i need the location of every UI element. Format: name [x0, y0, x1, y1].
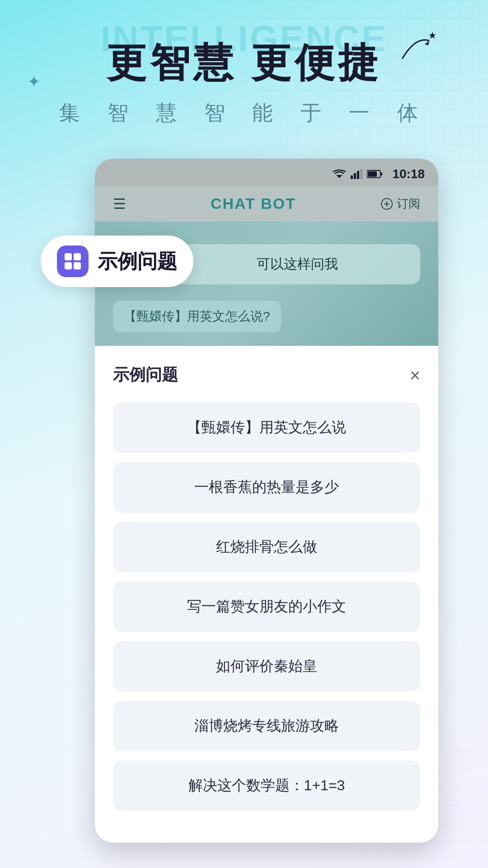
question-text-7: 解决这个数学题：1+1=3 [188, 777, 345, 793]
svg-rect-5 [351, 175, 353, 179]
phone-mockup: 示例问题 [50, 159, 438, 843]
badge-label: 示例问题 [98, 248, 177, 275]
status-bar: 10:18 [95, 159, 438, 186]
subscribe-label: 订阅 [397, 196, 420, 212]
status-time: 10:18 [392, 167, 425, 181]
question-item-6[interactable]: 淄博烧烤专线旅游攻略 [113, 701, 420, 751]
question-item-4[interactable]: 写一篇赞女朋友的小作文 [113, 581, 420, 632]
svg-rect-7 [357, 171, 359, 179]
question-text-5: 如何评价秦始皇 [216, 658, 317, 674]
svg-rect-8 [360, 169, 362, 179]
chat-prompt-bubble: 可以这样问我 [174, 244, 420, 284]
subtitle-text: 集 智 慧 智 能 于 一 体 [27, 99, 461, 127]
subscribe-button[interactable]: 订阅 [380, 196, 420, 212]
question-text-4: 写一篇赞女朋友的小作文 [187, 598, 346, 614]
svg-marker-4 [336, 175, 343, 178]
question-text-2: 一根香蕉的热量是多少 [194, 479, 339, 495]
status-icons [333, 169, 383, 179]
svg-marker-2 [425, 41, 429, 45]
question-text-3: 红烧排骨怎么做 [216, 538, 317, 555]
floating-badge: 示例问题 [41, 236, 193, 287]
close-button[interactable]: × [410, 366, 420, 384]
main-title: 更智慧 更便捷 [27, 36, 461, 90]
svg-rect-6 [354, 173, 356, 179]
svg-rect-11 [368, 171, 377, 177]
battery-icon [367, 170, 383, 179]
plus-circle-icon [380, 198, 393, 210]
question-text-6: 淄博烧烤专线旅游攻略 [194, 717, 339, 734]
chat-example-text: 【甄嬛传】用英文怎么说? [113, 301, 281, 332]
star-arrow-decoration [393, 32, 438, 68]
main-title-text: 更智慧 更便捷 [107, 36, 381, 90]
app-title: CHAT BOT [211, 195, 296, 212]
modal-title: 示例问题 [113, 364, 178, 386]
chat-prompt-text: 可以这样问我 [188, 255, 407, 274]
menu-icon[interactable]: ☰ [113, 195, 126, 212]
wifi-icon [333, 169, 346, 179]
signal-icon [351, 169, 362, 179]
badge-icon [57, 245, 89, 277]
question-text-1: 【甄嬛传】用英文怎么说 [187, 419, 346, 435]
questions-list: 【甄嬛传】用英文怎么说 一根香蕉的热量是多少 红烧排骨怎么做 写一篇赞女朋友的小… [113, 402, 420, 811]
question-item-5[interactable]: 如何评价秦始皇 [113, 641, 420, 692]
svg-rect-10 [380, 173, 382, 175]
question-item-2[interactable]: 一根香蕉的热量是多少 [113, 462, 420, 513]
question-item-1[interactable]: 【甄嬛传】用英文怎么说 [113, 402, 420, 453]
question-item-7[interactable]: 解决这个数学题：1+1=3 [113, 760, 420, 811]
hero-section: INTELLIGENCE ✦ 更智慧 更便捷 集 智 慧 智 能 于 一 体 [0, 0, 488, 145]
app-header: ☰ CHAT BOT 订阅 [95, 186, 438, 222]
svg-marker-3 [429, 32, 436, 39]
question-item-3[interactable]: 红烧排骨怎么做 [113, 522, 420, 572]
modal-header: 示例问题 × [113, 364, 420, 386]
modal-panel: 示例问题 × 【甄嬛传】用英文怎么说 一根香蕉的热量是多少 红烧排骨怎么做 写一… [95, 346, 438, 843]
